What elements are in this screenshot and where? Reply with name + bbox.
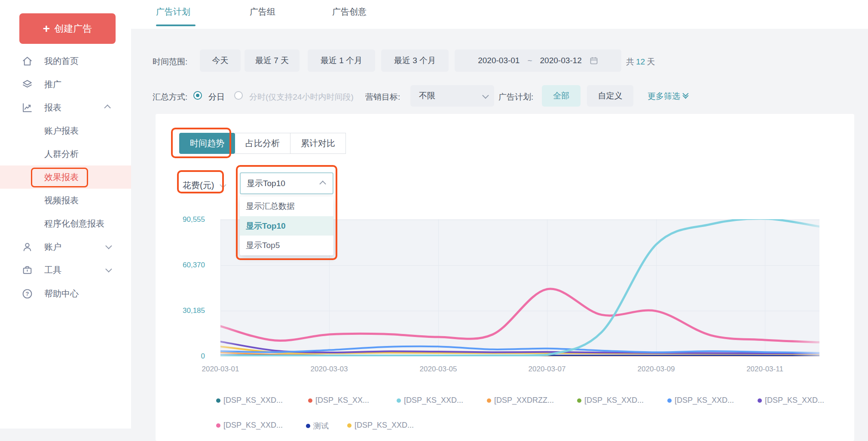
date-tilde: ~ xyxy=(527,56,532,65)
sidebar-item-tools[interactable]: 工具 xyxy=(0,258,131,282)
dropdown-option-0[interactable]: 显示汇总数据 xyxy=(240,196,333,216)
legend-label: [DSP_XXDRZZ... xyxy=(494,396,554,405)
x-axis-tick: 2020-03-11 xyxy=(746,365,783,374)
legend-dot-icon xyxy=(487,398,491,403)
dropdown-option-2[interactable]: 显示Top5 xyxy=(240,236,333,255)
toolbox-icon xyxy=(21,263,34,276)
top-tab-bar: 广告计划广告组广告创意 xyxy=(131,0,868,29)
tab-ad-creative[interactable]: 广告创意 xyxy=(332,6,367,18)
quick-range-1-month[interactable]: 最近 1 个月 xyxy=(308,49,375,72)
legend-item[interactable]: [DSP_KS_XXD... xyxy=(397,396,463,405)
chevron-down-icon xyxy=(106,243,110,251)
sidebar-item-my-home[interactable]: 我的首页 xyxy=(0,49,131,73)
date-end: 2020-03-12 xyxy=(540,56,582,65)
plan-all-button[interactable]: 全部 xyxy=(542,85,581,107)
legend-item[interactable]: 测试 xyxy=(306,421,329,431)
legend-dot-icon xyxy=(577,398,581,403)
metric-label: 花费(元) xyxy=(183,180,214,191)
sidebar-item-label: 帮助中心 xyxy=(44,288,79,300)
legend-item[interactable]: [DSP_XXDRZZ... xyxy=(487,396,554,405)
marketing-goal-value: 不限 xyxy=(419,90,435,101)
top-display-select[interactable]: 显示Top10 xyxy=(240,172,333,194)
legend-item[interactable]: [DSP_KS_XXD... xyxy=(216,421,283,430)
radio-by-day[interactable] xyxy=(193,91,202,100)
radio-by-hour[interactable] xyxy=(234,91,243,100)
quick-range-7-days[interactable]: 最近 7 天 xyxy=(245,49,300,72)
chart-tab-proportion[interactable]: 占比分析 xyxy=(235,133,290,154)
legend-dot-icon xyxy=(347,423,351,428)
plan-custom-button[interactable]: 自定义 xyxy=(587,85,633,107)
sidebar-item-audience-analysis[interactable]: 人群分析 xyxy=(0,142,131,165)
chart-icon xyxy=(21,101,34,114)
more-filters-link[interactable]: 更多筛选 xyxy=(648,91,687,102)
y-axis-tick: 60,370 xyxy=(173,261,205,270)
double-chevron-down-icon xyxy=(683,94,687,98)
tab-ad-group[interactable]: 广告组 xyxy=(250,6,275,18)
top-display-value: 显示Top10 xyxy=(247,178,285,189)
chevron-down-icon xyxy=(106,266,110,274)
create-ad-button[interactable]: + 创建广告 xyxy=(19,13,116,44)
legend-dot-icon xyxy=(667,398,672,403)
sidebar-item-label: 我的首页 xyxy=(44,55,79,67)
sidebar-item-account-report[interactable]: 账户报表 xyxy=(0,119,131,142)
legend-label: [DSP_KS_XXD... xyxy=(404,396,463,405)
legend-label: [DSP_KS_XXD... xyxy=(675,396,734,405)
chevron-down-icon xyxy=(220,181,226,188)
legend-item[interactable]: [DSP_KS_XX... xyxy=(308,396,369,405)
home-icon xyxy=(21,55,34,67)
report-card: 时间趋势占比分析累计对比 花费(元) 显示Top10 显示汇总数据显示Top10… xyxy=(156,114,854,441)
total-days: 共12天 xyxy=(626,56,655,67)
legend-label: [DSP_KS_XXD... xyxy=(223,421,283,430)
y-axis-tick: 90,555 xyxy=(173,215,205,224)
sidebar: + 创建广告 我的首页推广报表账户报表人群分析效果报表视频报表程序化创意报表账户… xyxy=(0,0,131,429)
legend-item[interactable]: [DSP_KS_XXD... xyxy=(667,396,734,405)
marketing-goal-label: 营销目标: xyxy=(365,92,400,103)
chart-tab-time-trend[interactable]: 时间趋势 xyxy=(179,133,235,154)
sidebar-item-label: 账户 xyxy=(44,241,61,253)
sidebar-item-account[interactable]: 账户 xyxy=(0,235,131,258)
date-range-picker[interactable]: 2020-03-01 ~ 2020-03-12 xyxy=(455,49,621,72)
legend-label: [DSP_KS_XXD... xyxy=(223,396,283,405)
sidebar-item-video-report[interactable]: 视频报表 xyxy=(0,189,131,212)
ads-report-page: + 创建广告 我的首页推广报表账户报表人群分析效果报表视频报表程序化创意报表账户… xyxy=(0,0,868,441)
legend-item[interactable]: [DSP_KS_XXD... xyxy=(577,396,644,405)
sidebar-item-promotion[interactable]: 推广 xyxy=(0,73,131,96)
legend-label: [DSP_KS_XXD... xyxy=(765,396,824,405)
sidebar-item-label: 报表 xyxy=(44,102,61,113)
sidebar-item-programmatic-creative-report[interactable]: 程序化创意报表 xyxy=(0,212,131,235)
sidebar-item-reports[interactable]: 报表 xyxy=(0,96,131,119)
marketing-goal-select[interactable]: 不限 xyxy=(410,85,494,107)
y-axis-tick: 30,185 xyxy=(173,306,205,315)
legend-label: [DSP_KS_XX... xyxy=(315,396,369,405)
legend-item[interactable]: [DSP_KS_XXD... xyxy=(758,396,824,405)
sidebar-item-label: 账户报表 xyxy=(44,125,79,137)
legend-dot-icon xyxy=(216,423,220,428)
quick-range-3-months[interactable]: 最近 3 个月 xyxy=(381,49,449,72)
quick-range-today[interactable]: 今天 xyxy=(200,49,241,72)
dropdown-option-1[interactable]: 显示Top10 xyxy=(240,216,333,236)
legend-label: [DSP_KS_XXD... xyxy=(355,421,414,430)
chevron-up-icon xyxy=(106,104,110,111)
sidebar-item-label: 工具 xyxy=(44,264,61,276)
metric-selector[interactable]: 花费(元) xyxy=(183,177,225,194)
chevron-down-icon xyxy=(482,92,489,99)
calendar-icon xyxy=(590,56,598,65)
create-ad-label: 创建广告 xyxy=(54,22,92,35)
sidebar-item-help-center[interactable]: ?帮助中心 xyxy=(0,282,131,305)
legend-dot-icon xyxy=(308,398,312,403)
x-axis-tick: 2020-03-05 xyxy=(420,365,457,374)
legend-dot-icon xyxy=(397,398,401,403)
legend-dot-icon xyxy=(758,398,762,403)
layers-icon xyxy=(21,78,34,91)
x-axis-tick: 2020-03-01 xyxy=(202,365,239,374)
chart-tab-cumulative[interactable]: 累计对比 xyxy=(290,133,346,154)
help-icon: ? xyxy=(21,287,34,300)
legend-item[interactable]: [DSP_KS_XXD... xyxy=(216,396,283,405)
sidebar-item-effect-report[interactable]: 效果报表 xyxy=(0,165,131,189)
svg-text:?: ? xyxy=(25,291,29,297)
chart-legend-row: [DSP_KS_XXD...[DSP_KS_XX...[DSP_KS_XXD..… xyxy=(156,396,854,406)
x-axis-tick: 2020-03-09 xyxy=(638,365,675,374)
ad-plan-label: 广告计划: xyxy=(498,92,533,103)
tab-ad-plan[interactable]: 广告计划 xyxy=(156,6,190,18)
legend-item[interactable]: [DSP_KS_XXD... xyxy=(347,421,414,430)
